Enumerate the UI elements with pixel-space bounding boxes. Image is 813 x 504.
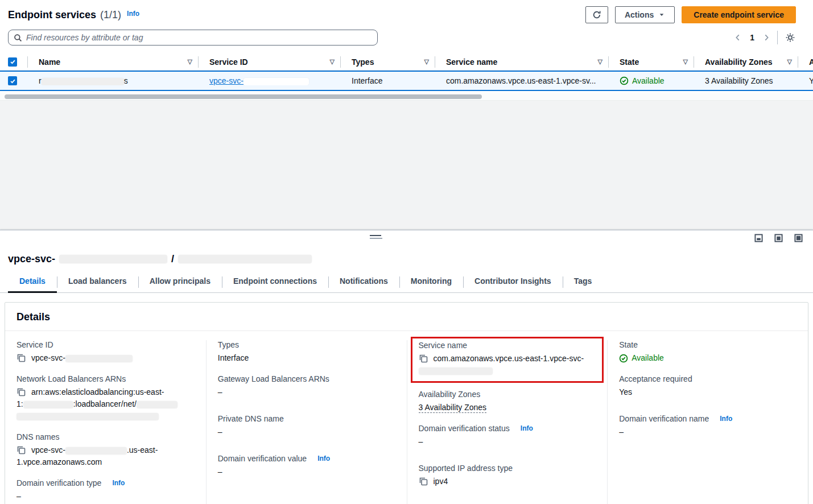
copy-icon[interactable] <box>419 477 428 486</box>
field-dns-names: DNS names vpce-svc-.us-east- 1.vpce.amaz… <box>16 432 195 468</box>
panel-size-small-icon[interactable] <box>754 234 763 242</box>
name-prefix: r <box>39 76 42 85</box>
field-value: – <box>218 466 395 478</box>
tab-allow-principals[interactable]: Allow principals <box>138 273 222 292</box>
service-name-value: com.amazonaws.vpce.us-east-1.vpce-svc- <box>434 354 584 363</box>
tab-details[interactable]: Details <box>8 273 57 292</box>
cell-availability-zones: 3 Availability Zones <box>694 76 798 85</box>
field-value: – <box>16 490 195 502</box>
tab-notifications[interactable]: Notifications <box>328 273 399 292</box>
endpoint-services-section: Endpoint services (1/1) Info Actions Cre… <box>0 0 813 100</box>
redacted-text <box>137 401 178 408</box>
horizontal-scrollbar[interactable] <box>0 93 813 100</box>
horizontal-scrollbar-thumb[interactable] <box>5 94 482 99</box>
sort-icon[interactable]: ▽ <box>787 58 792 65</box>
sort-icon[interactable]: ▽ <box>598 58 602 65</box>
tab-load-balancers[interactable]: Load balancers <box>57 273 138 292</box>
field-label: Domain verification type <box>16 478 101 488</box>
sort-icon[interactable]: ▽ <box>683 58 688 65</box>
column-label: Types <box>352 57 374 67</box>
column-header-types[interactable]: Types ▽ <box>340 53 435 70</box>
search-row: 1 <box>0 24 813 46</box>
dns-value-mid: .us-east- <box>127 445 158 455</box>
caret-down-icon <box>658 11 665 18</box>
sort-icon[interactable]: ▽ <box>330 58 335 65</box>
column-header-state[interactable]: State ▽ <box>608 53 694 70</box>
column-label: Name <box>39 57 60 67</box>
split-panel-drag-handle[interactable] <box>370 235 382 239</box>
tab-monitoring[interactable]: Monitoring <box>399 273 463 292</box>
redacted-text <box>16 413 159 420</box>
details-column-2: Types Interface Gateway Load Balancers A… <box>206 340 407 504</box>
field-value: – <box>419 436 596 448</box>
info-link[interactable]: Info <box>317 455 330 462</box>
column-header-service-id[interactable]: Service ID ▽ <box>198 53 340 70</box>
search-input[interactable] <box>26 33 372 42</box>
table-row[interactable]: rs vpce-svc- Interface com.amazonaws.vpc… <box>0 71 813 91</box>
info-link[interactable]: Info <box>521 424 533 432</box>
column-header-name[interactable]: Name ▽ <box>27 53 198 70</box>
field-domain-verification-name: Domain verification name Info – <box>619 414 797 438</box>
table-settings-gear-icon[interactable] <box>785 32 796 43</box>
search-box[interactable] <box>8 30 378 46</box>
next-page-icon[interactable] <box>762 33 770 42</box>
sort-icon[interactable]: ▽ <box>424 58 429 65</box>
select-all-checkbox[interactable] <box>8 57 17 67</box>
field-private-dns-name: Private DNS name – <box>218 414 395 438</box>
column-header-acceptance-cutoff[interactable]: A <box>798 53 813 70</box>
create-endpoint-service-button[interactable]: Create endpoint service <box>682 6 796 23</box>
panel-size-large-icon[interactable] <box>794 234 803 242</box>
column-label: Service ID <box>209 57 248 67</box>
redacted-text <box>23 401 73 408</box>
row-checkbox[interactable] <box>8 76 17 85</box>
tab-tags[interactable]: Tags <box>563 273 604 292</box>
redacted-text <box>244 78 309 85</box>
field-label: DNS names <box>16 432 195 441</box>
tab-contributor-insights[interactable]: Contributor Insights <box>463 273 563 292</box>
check-circle-icon <box>619 354 628 363</box>
field-domain-verification-value: Domain verification value Info – <box>218 454 395 478</box>
dns-value-prefix: vpce-svc- <box>31 445 65 455</box>
field-label: Types <box>218 340 395 349</box>
copy-icon[interactable] <box>16 387 26 396</box>
copy-icon[interactable] <box>419 354 428 363</box>
check-circle-icon <box>620 76 629 85</box>
info-link[interactable]: Info <box>720 415 732 423</box>
field-value: Interface <box>218 352 395 364</box>
row-select-cell <box>0 76 27 85</box>
pagination-divider <box>777 31 778 44</box>
column-label: A <box>809 57 813 67</box>
split-panel-size-controls <box>754 234 803 242</box>
service-id-value-prefix: vpce-svc- <box>31 353 65 362</box>
page-number[interactable]: 1 <box>749 33 756 42</box>
tab-endpoint-connections[interactable]: Endpoint connections <box>222 273 328 292</box>
actions-button[interactable]: Actions <box>615 6 675 23</box>
redacted-text <box>65 355 133 362</box>
page-info-link[interactable]: Info <box>127 10 139 18</box>
column-header-service-name[interactable]: Service name ▽ <box>435 53 608 70</box>
info-link[interactable]: Info <box>112 479 125 487</box>
cell-types: Interface <box>340 76 435 85</box>
nlb-arn-line1: arn:aws:elasticloadbalancing:us-east- <box>31 387 164 396</box>
details-column-3: Service name com.amazonaws.vpce.us-east-… <box>407 340 608 504</box>
details-card-body: Service ID vpce-svc- Network Load Balanc… <box>5 331 808 504</box>
field-label: Acceptance required <box>619 374 797 383</box>
refresh-button[interactable] <box>585 6 608 23</box>
copy-icon[interactable] <box>16 353 26 362</box>
field-service-id: Service ID vpce-svc- <box>16 340 195 364</box>
sort-icon[interactable]: ▽ <box>188 58 192 65</box>
column-header-availability-zones[interactable]: Availability Zones ▽ <box>694 53 798 70</box>
pagination: 1 <box>734 31 796 44</box>
field-label: Domain verification status <box>419 424 510 433</box>
availability-zones-link[interactable]: 3 Availability Zones <box>419 403 487 413</box>
service-id-link[interactable]: vpce-svc- <box>209 76 309 85</box>
header-actions: Actions Create endpoint service <box>585 6 796 23</box>
copy-icon[interactable] <box>16 445 26 455</box>
field-label: Availability Zones <box>419 390 596 399</box>
dns-value-line2: 1.vpce.amazonaws.com <box>16 457 102 466</box>
field-value: – <box>218 426 395 438</box>
panel-size-medium-icon[interactable] <box>774 234 783 242</box>
availability-zones-link[interactable]: 3 Availability Zones <box>705 76 773 85</box>
previous-page-icon[interactable] <box>734 33 742 42</box>
field-domain-verification-status: Domain verification status Info – <box>419 424 596 448</box>
